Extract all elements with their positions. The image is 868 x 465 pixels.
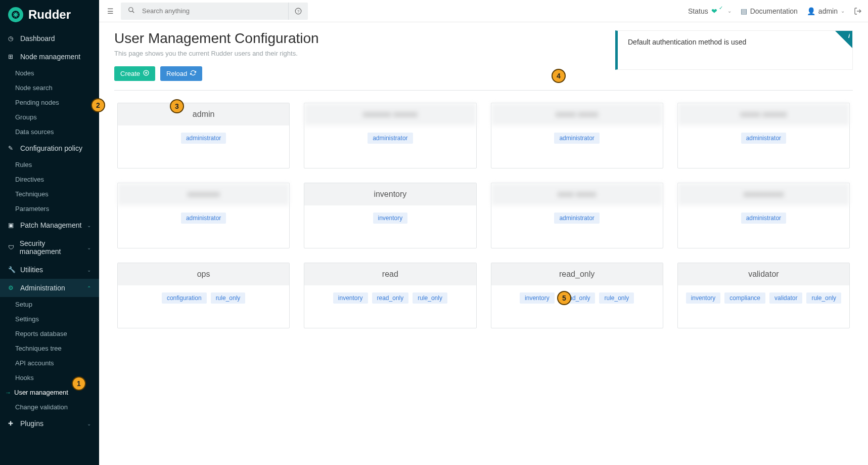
user-grid: adminadministratorxxxxxxx xxxxxxadminist… bbox=[114, 103, 853, 328]
sidebar-subitem-reports-database[interactable]: Reports database bbox=[0, 326, 99, 341]
role-tag: administrator bbox=[181, 213, 226, 224]
sidebar-item-utilities[interactable]: 🔧 Utilities ⌄ bbox=[0, 261, 99, 279]
user-icon: 👤 bbox=[807, 7, 815, 15]
sidebar-item-patch-management[interactable]: ▣ Patch Management ⌄ bbox=[0, 216, 99, 234]
sidebar-subitem-directives[interactable]: Directives bbox=[0, 172, 99, 187]
info-icon bbox=[835, 31, 852, 48]
page-subtitle: This page shows you the current Rudder u… bbox=[114, 50, 605, 57]
user-menu[interactable]: 👤 admin ⌄ bbox=[807, 7, 845, 15]
role-tag: validator bbox=[769, 292, 802, 304]
sidebar-item-administration[interactable]: ⚙ Administration ⌃ bbox=[0, 279, 99, 297]
user-card[interactable]: xxxxx xxxxxxadministrator bbox=[677, 103, 850, 168]
role-tag: inventory bbox=[686, 292, 721, 304]
menu-toggle-icon[interactable]: ☰ bbox=[105, 5, 116, 17]
user-card-name: xxxxx xxxxx bbox=[491, 103, 663, 125]
sidebar-subitem-settings[interactable]: Settings bbox=[0, 312, 99, 326]
user-card[interactable]: readinventoryread_onlyrule_only bbox=[304, 263, 476, 328]
role-tag: inventory bbox=[520, 292, 555, 304]
chevron-down-icon: ⌄ bbox=[87, 421, 91, 427]
chevron-up-icon: ⌃ bbox=[87, 285, 91, 291]
user-card[interactable]: validatorinventorycompliancevalidatorrul… bbox=[677, 263, 850, 328]
sidebar-item-node-management[interactable]: ⊞ Node management bbox=[0, 48, 99, 66]
pencil-icon: ✎ bbox=[8, 145, 16, 152]
search-input[interactable] bbox=[142, 7, 288, 15]
book-icon: ▤ bbox=[741, 7, 747, 15]
sidebar-subitem-techniques-tree[interactable]: Techniques tree bbox=[0, 341, 99, 356]
user-card-roles: administrator bbox=[678, 125, 849, 151]
callout-3: 3 bbox=[170, 99, 184, 113]
create-button[interactable]: Create bbox=[114, 66, 155, 81]
user-card-roles: inventorycompliancevalidatorrule_only bbox=[678, 285, 849, 311]
puzzle-icon: ✚ bbox=[8, 420, 16, 427]
role-tag: administrator bbox=[741, 213, 786, 224]
refresh-icon bbox=[190, 70, 196, 77]
brand-logo[interactable]: Rudder bbox=[0, 0, 99, 29]
search-icon[interactable] bbox=[121, 7, 142, 15]
callout-4: 4 bbox=[552, 69, 566, 83]
logout-icon[interactable] bbox=[854, 7, 862, 15]
sidebar-subitem-data-sources[interactable]: Data sources bbox=[0, 124, 99, 139]
role-tag: inventory bbox=[373, 213, 408, 224]
user-card-name: validator bbox=[678, 263, 849, 285]
user-card-name: xxxxx xxxxxx bbox=[678, 103, 849, 125]
arrow-right-icon: → bbox=[5, 389, 11, 396]
sidebar-subitem-setup[interactable]: Setup bbox=[0, 297, 99, 312]
patch-icon: ▣ bbox=[8, 222, 16, 229]
user-card[interactable]: inventoryinventory bbox=[304, 183, 476, 248]
sidebar: Rudder ◷ Dashboard ⊞ Node management Nod… bbox=[0, 0, 99, 465]
user-card[interactable]: xxxxxxxxxxadministrator bbox=[677, 183, 850, 248]
svg-line-2 bbox=[132, 11, 134, 13]
user-card-name: xxxxxxxxxx bbox=[678, 183, 849, 205]
user-card-name: xxxxxxxx bbox=[118, 183, 289, 205]
user-card[interactable]: xxxxxxxxadministrator bbox=[117, 183, 290, 248]
callout-5: 5 bbox=[557, 291, 571, 305]
user-card[interactable]: adminadministrator bbox=[117, 103, 290, 168]
callout-1: 1 bbox=[72, 376, 86, 391]
user-card-name: admin bbox=[118, 103, 289, 125]
status-indicator[interactable]: Status ❤✓ ⌄ bbox=[688, 7, 732, 15]
help-icon[interactable]: ? bbox=[288, 3, 308, 20]
user-card[interactable]: read_onlyinventoryread_onlyrule_only bbox=[491, 263, 663, 328]
role-tag: administrator bbox=[554, 133, 599, 144]
user-card-roles: administrator bbox=[304, 125, 476, 151]
nodes-icon: ⊞ bbox=[8, 53, 16, 60]
role-tag: configuration bbox=[162, 292, 207, 304]
sidebar-item-security-management[interactable]: 🛡 Security management ⌄ bbox=[0, 234, 99, 261]
user-card-roles: administrator bbox=[678, 205, 849, 231]
user-card-name: xxxx xxxxx bbox=[491, 183, 663, 205]
sidebar-item-plugins[interactable]: ✚ Plugins ⌄ bbox=[0, 414, 99, 433]
sidebar-subitem-api-accounts[interactable]: API accounts bbox=[0, 356, 99, 370]
user-card[interactable]: xxxxxxx xxxxxxadministrator bbox=[304, 103, 476, 168]
sidebar-item-dashboard[interactable]: ◷ Dashboard bbox=[0, 29, 99, 48]
sidebar-subitem-groups[interactable]: Groups bbox=[0, 110, 99, 124]
sidebar-subitem-parameters[interactable]: Parameters bbox=[0, 201, 99, 216]
user-card-name: ops bbox=[118, 263, 289, 285]
svg-point-1 bbox=[129, 8, 133, 12]
page-title: User Management Configuration bbox=[114, 30, 605, 47]
user-card-roles: inventoryread_onlyrule_only bbox=[491, 285, 663, 311]
documentation-link[interactable]: ▤ Documentation bbox=[741, 7, 798, 15]
user-card-roles: administrator bbox=[491, 125, 663, 151]
sidebar-subitem-rules[interactable]: Rules bbox=[0, 157, 99, 172]
notice-text: Default authentication method is used bbox=[628, 38, 746, 46]
sidebar-item-configuration-policy[interactable]: ✎ Configuration policy bbox=[0, 139, 99, 157]
sidebar-subitem-techniques[interactable]: Techniques bbox=[0, 187, 99, 201]
user-card-name: read_only bbox=[491, 263, 663, 285]
user-card[interactable]: xxxx xxxxxadministrator bbox=[491, 183, 663, 248]
sidebar-subitem-node-search[interactable]: Node search bbox=[0, 80, 99, 95]
role-tag: rule_only bbox=[211, 292, 246, 304]
rudder-logo-icon bbox=[8, 7, 23, 22]
chevron-down-icon: ⌄ bbox=[87, 267, 91, 273]
user-card[interactable]: opsconfigurationrule_only bbox=[117, 263, 290, 328]
gear-icon: ⚙ bbox=[8, 284, 16, 291]
user-card[interactable]: xxxxx xxxxxadministrator bbox=[491, 103, 663, 168]
sidebar-subitem-pending-nodes[interactable]: Pending nodes bbox=[0, 95, 99, 110]
shield-icon: 🛡 bbox=[8, 244, 16, 251]
sidebar-subitem-nodes[interactable]: Nodes bbox=[0, 66, 99, 80]
dashboard-icon: ◷ bbox=[8, 35, 16, 42]
sidebar-subitem-change-validation[interactable]: Change validation bbox=[0, 400, 99, 414]
reload-button[interactable]: Reload bbox=[160, 66, 202, 81]
wrench-icon: 🔧 bbox=[8, 266, 16, 273]
chevron-down-icon: ⌄ bbox=[727, 8, 732, 14]
user-card-roles: inventory bbox=[304, 205, 476, 231]
